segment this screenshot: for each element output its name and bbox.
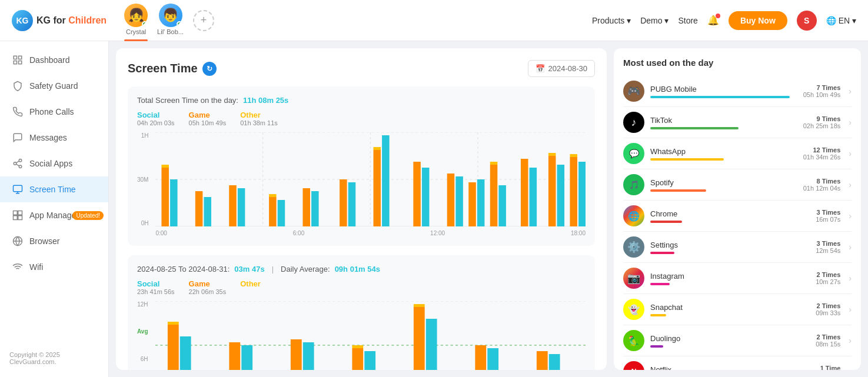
whatsapp-icon: 💬 bbox=[623, 143, 644, 164]
nav-products[interactable]: Products ▾ bbox=[592, 16, 631, 25]
updated-badge: Updated! bbox=[72, 211, 104, 220]
app-item-tiktok[interactable]: ♪ TikTok 9 Times 02h 25m 18s › bbox=[623, 107, 852, 138]
pubg-times: 7 Times 05h 10m 49s bbox=[803, 84, 841, 98]
svg-rect-37 bbox=[340, 179, 348, 226]
tiktok-count: 9 Times bbox=[803, 115, 841, 122]
instagram-icon: 📷 bbox=[623, 268, 644, 289]
sidebar-item-browser[interactable]: Browser bbox=[0, 228, 108, 254]
svg-rect-67 bbox=[290, 339, 301, 370]
svg-rect-52 bbox=[530, 168, 537, 226]
app-item-settings[interactable]: ⚙️ Settings 3 Times 12m 54s › bbox=[623, 232, 852, 263]
game-time: 05h 10m 49s bbox=[189, 119, 227, 126]
language-selector[interactable]: 🌐 EN ▾ bbox=[826, 16, 856, 25]
svg-rect-72 bbox=[413, 307, 424, 370]
sidebar-item-safety-guard[interactable]: Safety Guard bbox=[0, 73, 108, 99]
y-label-1h: 1H bbox=[137, 132, 148, 139]
settings-icon: ⚙️ bbox=[623, 236, 644, 258]
svg-rect-13 bbox=[18, 211, 22, 215]
duolingo-bar bbox=[650, 345, 663, 348]
x-label-600: 6:00 bbox=[293, 230, 304, 236]
chevron-icon: › bbox=[849, 242, 852, 252]
child-name-crystal: Crystal bbox=[126, 28, 146, 35]
svg-rect-38 bbox=[348, 182, 356, 226]
buy-now-button[interactable]: Buy Now bbox=[729, 11, 787, 30]
netflix-info: Netflix bbox=[650, 365, 810, 371]
sidebar-label-screen-time: Screen Time bbox=[29, 185, 76, 194]
spotify-count: 8 Times bbox=[803, 178, 841, 185]
duolingo-icon: 🦜 bbox=[623, 330, 644, 351]
svg-rect-36 bbox=[312, 191, 320, 226]
whatsapp-times: 12 Times 01h 34m 26s bbox=[803, 146, 841, 161]
nav-store[interactable]: Store bbox=[678, 16, 697, 25]
svg-rect-9 bbox=[14, 185, 22, 192]
sidebar-item-phone-calls[interactable]: Phone Calls bbox=[0, 99, 108, 125]
chevron-icon: › bbox=[849, 86, 852, 96]
snapchat-icon: 👻 bbox=[623, 299, 644, 320]
svg-line-8 bbox=[16, 161, 19, 163]
header: KG KG for Children 👧 Crystal 👦 Lil' Bob.… bbox=[0, 0, 868, 41]
instagram-duration: 10m 27s bbox=[816, 278, 840, 285]
svg-rect-45 bbox=[456, 176, 464, 226]
chrome-bar bbox=[650, 221, 682, 223]
app-item-spotify[interactable]: 🎵 Spotify 8 Times 01h 12m 04s › bbox=[623, 169, 852, 201]
chevron-icon: › bbox=[849, 118, 852, 127]
svg-rect-28 bbox=[195, 191, 203, 226]
sidebar-item-social-apps[interactable]: Social Apps bbox=[0, 151, 108, 176]
shield-icon bbox=[12, 80, 24, 92]
sidebar-item-app-management[interactable]: App Management Updated! bbox=[0, 202, 108, 228]
header-right: Products ▾ Demo ▾ Store 🔔 Buy Now S 🌐 EN… bbox=[592, 11, 856, 31]
child-tab-crystal[interactable]: 👧 Crystal bbox=[124, 4, 148, 38]
avg-label: Daily Average: bbox=[281, 265, 330, 273]
svg-rect-48 bbox=[490, 165, 498, 226]
sidebar-item-screen-time[interactable]: Screen Time bbox=[0, 176, 108, 202]
game-stat: Game 05h 10m 49s bbox=[189, 111, 227, 126]
netflix-count: 1 Time bbox=[816, 365, 840, 370]
x-label-000: 0:00 bbox=[155, 230, 167, 236]
chevron-icon: › bbox=[849, 180, 852, 189]
user-avatar[interactable]: S bbox=[797, 11, 817, 31]
game-label: Game bbox=[189, 111, 227, 119]
online-indicator bbox=[142, 21, 148, 27]
nav-demo[interactable]: Demo ▾ bbox=[640, 16, 669, 25]
sidebar-item-dashboard[interactable]: Dashboard bbox=[0, 47, 108, 73]
svg-rect-74 bbox=[425, 319, 437, 370]
refresh-button[interactable]: ↻ bbox=[202, 62, 217, 76]
svg-rect-69 bbox=[352, 348, 363, 370]
weekly-social-stat: Social 23h 41m 56s bbox=[137, 279, 175, 295]
share-icon bbox=[12, 158, 24, 169]
svg-rect-35 bbox=[303, 188, 311, 226]
app-item-pubg[interactable]: 🎮 PUBG Mobile 7 Times 05h 10m 49s › bbox=[623, 76, 852, 107]
notification-icon[interactable]: 🔔 bbox=[707, 15, 719, 26]
app-item-instagram[interactable]: 📷 Instagram 2 Times 10m 27s › bbox=[623, 263, 852, 294]
child-tabs: 👧 Crystal 👦 Lil' Bob... + bbox=[124, 4, 214, 38]
svg-rect-56 bbox=[570, 157, 578, 226]
svg-rect-26 bbox=[162, 165, 169, 168]
app-item-snapchat[interactable]: 👻 Snapchat 2 Times 09m 33s › bbox=[623, 294, 852, 325]
sidebar: Dashboard Safety Guard Phone Calls bbox=[0, 41, 109, 377]
grid-icon bbox=[12, 54, 24, 66]
duolingo-info: Duolingo bbox=[650, 334, 810, 348]
apps-icon bbox=[12, 209, 24, 221]
clock-icon bbox=[12, 184, 24, 195]
online-indicator-bob bbox=[177, 21, 182, 27]
sidebar-item-messages[interactable]: Messages bbox=[0, 125, 108, 151]
svg-rect-41 bbox=[383, 135, 390, 226]
sidebar-item-wifi[interactable]: Wifi bbox=[0, 254, 108, 280]
app-item-duolingo[interactable]: 🦜 Duolingo 2 Times 08m 15s › bbox=[623, 325, 852, 356]
svg-rect-42 bbox=[414, 162, 421, 226]
settings-times: 3 Times 12m 54s bbox=[816, 240, 840, 254]
add-child-button[interactable]: + bbox=[193, 10, 214, 31]
sidebar-label-wifi: Wifi bbox=[29, 262, 43, 272]
chevron-icon: › bbox=[849, 367, 852, 370]
app-item-netflix[interactable]: N Netflix 1 Time 05m 46s › bbox=[623, 356, 852, 370]
app-item-chrome[interactable]: 🌐 Chrome 3 Times 16m 07s › bbox=[623, 201, 852, 232]
svg-rect-50 bbox=[499, 185, 507, 226]
chrome-times: 3 Times 16m 07s bbox=[816, 209, 840, 223]
svg-rect-71 bbox=[364, 351, 375, 370]
logo[interactable]: KG KG for Children bbox=[12, 10, 107, 31]
date-picker[interactable]: 📅 2024-08-30 bbox=[528, 60, 596, 77]
pubg-duration: 05h 10m 49s bbox=[803, 91, 841, 98]
avatar-bob: 👦 bbox=[159, 4, 182, 27]
child-tab-bob[interactable]: 👦 Lil' Bob... bbox=[157, 4, 184, 38]
app-item-whatsapp[interactable]: 💬 WhatsApp 12 Times 01h 34m 26s › bbox=[623, 138, 852, 169]
